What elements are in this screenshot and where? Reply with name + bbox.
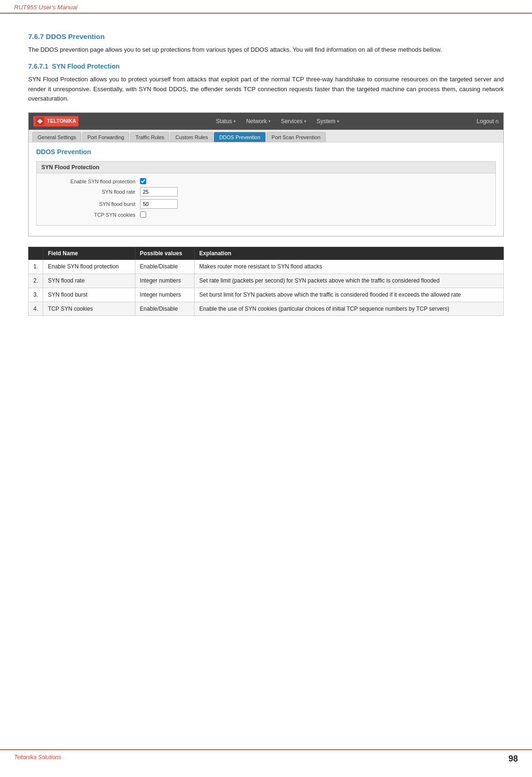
nav-system[interactable]: System ▾ [312,115,344,127]
col-explanation: Explanation [195,247,504,260]
table-header-row: Field Name Possible values Explanation [29,247,504,260]
cell-explanation: Makes router more resistant to SYN flood… [195,260,504,274]
page-footer: Teltonika Solutions 98 [0,749,532,768]
nav-services[interactable]: Services ▾ [276,115,311,127]
cell-possible-values: Enable/Disable [135,260,194,274]
logo-box: TELTONIKA [33,116,78,126]
router-tabs: General Settings Port Forwarding Traffic… [29,130,503,142]
nav-arrow-services: ▾ [304,119,306,124]
nav-arrow-network: ▾ [268,119,271,124]
checkbox-enable-syn[interactable] [140,178,146,184]
manual-title: RUT955 User's Manual [14,4,78,11]
router-nav-items: Status ▾ Network ▾ Services ▾ System ▾ [211,115,344,127]
ddos-panel: DDOS Prevention SYN Flood Protection Ena… [29,142,503,236]
table-row: 2. SYN flood rate Integer numbers Set ra… [29,274,504,288]
row-number: 1. [29,260,43,274]
nav-network[interactable]: Network ▾ [242,115,275,127]
cell-field-name: TCP SYN cookies [43,302,135,316]
checkbox-tcp-syn[interactable] [140,212,146,218]
cell-explanation: Set rate limit (packets per second) for … [195,274,504,288]
logout-button[interactable]: Logout ⎋ [477,118,499,125]
input-syn-rate[interactable] [140,187,178,196]
tab-general-settings[interactable]: General Settings [32,132,81,142]
section-heading: 7.6.7 DDOS Prevention [28,32,504,40]
label-enable-syn: Enable SYN flood protection [46,179,140,184]
nav-status[interactable]: Status ▾ [211,115,241,127]
col-possible-values: Possible values [135,247,194,260]
tab-custom-rules[interactable]: Custom Rules [170,132,213,142]
router-navbar: TELTONIKA Status ▾ Network ▾ Services ▾ … [29,113,503,130]
router-logo: TELTONIKA [33,116,78,126]
field-table: Field Name Possible values Explanation 1… [28,247,504,316]
tab-port-scan-prevention[interactable]: Port Scan Prevention [266,132,326,142]
row-number: 3. [29,288,43,302]
nav-arrow-system: ▾ [337,119,339,124]
label-syn-rate: SYN flood rate [46,189,140,195]
col-num [29,247,43,260]
form-row-rate: SYN flood rate [46,187,486,196]
page-header: RUT955 User's Manual [0,0,532,14]
subsection-heading: 7.6.7.1 SYN Flood Protection [28,63,504,70]
table-row: 1. Enable SYN flood protection Enable/Di… [29,260,504,274]
cell-possible-values: Integer numbers [135,288,194,302]
col-field-name: Field Name [43,247,135,260]
main-content: 7.6.7 DDOS Prevention The DDOS preventio… [0,14,532,344]
syn-flood-section: SYN Flood Protection Enable SYN flood pr… [36,161,496,226]
tab-port-forwarding[interactable]: Port Forwarding [82,132,129,142]
input-syn-burst[interactable] [140,199,178,209]
subsection-7671: 7.6.7.1 SYN Flood Protection SYN Flood P… [28,63,504,104]
router-ui-mockup: TELTONIKA Status ▾ Network ▾ Services ▾ … [28,112,504,236]
cell-possible-values: Integer numbers [135,274,194,288]
row-number: 2. [29,274,43,288]
page-number: 98 [509,754,518,764]
cell-possible-values: Enable/Disable [135,302,194,316]
label-syn-burst: SYN flood burst [46,201,140,207]
subsection-description: SYN Flood Protection allows you to prote… [28,75,504,104]
logout-icon: ⎋ [495,118,499,125]
section-767: 7.6.7 DDOS Prevention The DDOS preventio… [28,32,504,55]
form-row-enable: Enable SYN flood protection [46,178,486,184]
ddos-panel-title: DDOS Prevention [36,148,496,156]
cell-explanation: Enable the use of SYN cookies (particula… [195,302,504,316]
form-row-tcp-syn: TCP SYN cookies [46,212,486,218]
form-row-burst: SYN flood burst [46,199,486,209]
footer-company: Teltonika Solutions [14,754,61,764]
syn-section-header: SYN Flood Protection [37,162,495,173]
table-row: 3. SYN flood burst Integer numbers Set b… [29,288,504,302]
section-intro: The DDOS prevention page allows you to s… [28,45,504,55]
tab-ddos-prevention[interactable]: DDOS Prevention [214,132,265,142]
nav-arrow-status: ▾ [234,119,236,124]
cell-field-name: Enable SYN flood protection [43,260,135,274]
label-tcp-syn: TCP SYN cookies [46,212,140,218]
cell-field-name: SYN flood burst [43,288,135,302]
syn-section-body: Enable SYN flood protection SYN flood ra… [37,173,495,225]
table-row: 4. TCP SYN cookies Enable/Disable Enable… [29,302,504,316]
cell-field-name: SYN flood rate [43,274,135,288]
tab-traffic-rules[interactable]: Traffic Rules [130,132,169,142]
cell-explanation: Set burst limit for SYN packets above wh… [195,288,504,302]
row-number: 4. [29,302,43,316]
